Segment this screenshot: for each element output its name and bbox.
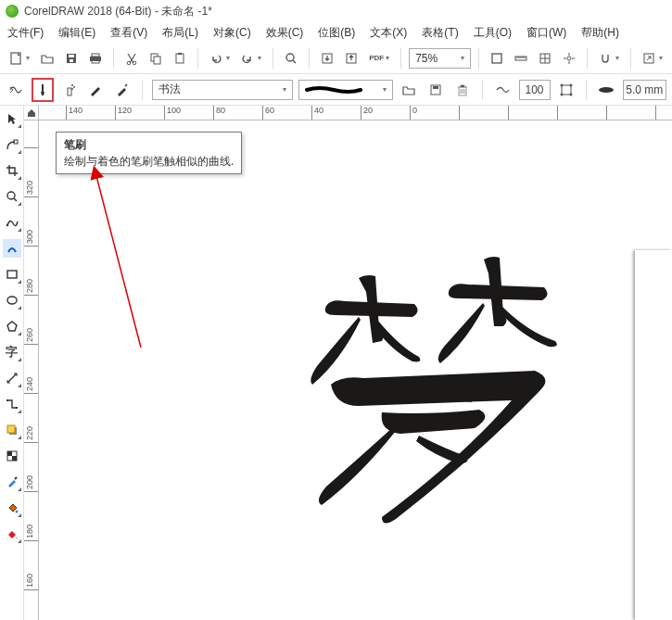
browse-icon	[402, 83, 415, 96]
import-button[interactable]	[317, 47, 337, 70]
brush-mode-button[interactable]	[32, 79, 54, 101]
copy-button[interactable]	[146, 47, 166, 70]
menu-edit[interactable]: 编辑(E)	[58, 25, 95, 41]
smartfill-tool[interactable]	[3, 525, 21, 543]
zoom-level-field[interactable]: 75%▾	[409, 48, 471, 69]
snap-button[interactable]: ▾	[595, 47, 623, 70]
transparency-tool[interactable]	[3, 447, 21, 465]
connector-icon	[6, 398, 19, 411]
menu-bar: 文件(F) 编辑(E) 查看(V) 布局(L) 对象(C) 效果(C) 位图(B…	[0, 22, 672, 43]
delete-brush-button[interactable]	[451, 79, 473, 101]
save-brush-button[interactable]	[425, 79, 447, 101]
menu-table[interactable]: 表格(T)	[422, 25, 458, 41]
workspace: 字 140 120 100 80 60 40 20 0 320 300	[0, 106, 672, 620]
menu-text[interactable]: 文本(X)	[370, 25, 407, 41]
dropshadow-tool[interactable]	[3, 421, 21, 439]
app-logo-icon	[6, 5, 19, 18]
svg-rect-2	[69, 55, 74, 57]
property-bar: 书法▾ ▾ 100 5.0 mm	[0, 74, 672, 106]
svg-rect-4	[92, 54, 99, 57]
preset-mode-button[interactable]	[6, 79, 27, 101]
chevron-down-icon: ▾	[283, 85, 286, 94]
svg-rect-42	[7, 425, 15, 433]
ellipse-tool[interactable]	[3, 291, 21, 310]
snap-icon	[599, 52, 612, 65]
fill-tool[interactable]	[3, 499, 21, 517]
svg-point-35	[7, 192, 15, 199]
menu-layout[interactable]: 布局(L)	[162, 25, 198, 41]
paste-button[interactable]	[170, 47, 190, 70]
undo-button[interactable]: ▾	[206, 47, 234, 70]
ruler-toggle-button[interactable]	[511, 47, 531, 70]
svg-point-30	[569, 83, 572, 86]
menu-help[interactable]: 帮助(H)	[581, 25, 619, 41]
redo-button[interactable]: ▾	[237, 47, 265, 70]
delete-icon	[456, 83, 469, 96]
eyedropper-icon	[6, 475, 19, 488]
menu-view[interactable]: 查看(V)	[110, 25, 147, 41]
print-button[interactable]	[85, 47, 106, 70]
search-button[interactable]	[281, 47, 301, 70]
save-button[interactable]	[61, 47, 82, 70]
smoothing-value: 100	[526, 83, 544, 96]
chevron-down-icon: ▾	[226, 54, 230, 62]
fullscreen-button[interactable]	[487, 47, 507, 70]
svg-point-32	[569, 93, 572, 95]
svg-point-19	[567, 57, 571, 60]
pdf-export-button[interactable]: PDF▾	[365, 47, 393, 70]
connector-tool[interactable]	[3, 395, 21, 413]
smoothing-field[interactable]: 100	[519, 80, 551, 100]
text-icon: 字	[6, 344, 18, 361]
brush-stroke-dropdown[interactable]: ▾	[298, 80, 394, 100]
artistic-media-tool[interactable]	[3, 239, 21, 258]
eyedropper-tool[interactable]	[3, 473, 21, 491]
svg-rect-26	[433, 86, 438, 89]
horizontal-ruler[interactable]: 140 120 100 80 60 40 20 0	[39, 106, 672, 120]
menu-window[interactable]: 窗口(W)	[526, 25, 566, 41]
guides-toggle-button[interactable]	[559, 47, 579, 70]
pressure-mode-button[interactable]	[111, 79, 133, 101]
stroke-width-field[interactable]: 5.0 mm	[623, 80, 666, 100]
drawing-canvas[interactable]: 笔刷 绘制与着色的笔刷笔触相似的曲线.	[39, 120, 672, 620]
sprayer-mode-button[interactable]	[58, 79, 80, 101]
pick-tool[interactable]	[3, 109, 21, 128]
freehand-tool[interactable]	[3, 213, 21, 232]
launch-button[interactable]: ▾	[639, 47, 666, 70]
export-button[interactable]	[341, 47, 361, 70]
brush-category-dropdown[interactable]: 书法▾	[152, 80, 293, 100]
rectangle-tool[interactable]	[3, 265, 21, 284]
menu-object[interactable]: 对象(C)	[213, 25, 251, 41]
menu-tools[interactable]: 工具(O)	[474, 25, 512, 41]
crop-tool[interactable]	[3, 161, 21, 180]
smoothing-icon-button	[492, 79, 514, 101]
shape-tool[interactable]	[3, 135, 21, 154]
new-button[interactable]: ▾	[6, 47, 33, 70]
vertical-ruler[interactable]: 320 300 280 260 240 220 200 180 160	[24, 120, 39, 620]
browse-brush-button[interactable]	[399, 79, 420, 101]
calligraphy-mode-button[interactable]	[85, 79, 107, 101]
parallel-dim-tool[interactable]	[3, 369, 21, 387]
cut-button[interactable]	[121, 47, 142, 70]
polygon-tool[interactable]	[3, 317, 21, 335]
zoom-tool[interactable]	[3, 187, 21, 206]
ruler-icon	[514, 52, 527, 65]
open-icon	[41, 52, 54, 65]
save-preset-icon	[429, 83, 442, 96]
open-button[interactable]	[37, 47, 57, 70]
svg-point-22	[71, 84, 73, 86]
bounding-button[interactable]	[556, 79, 577, 101]
menu-effects[interactable]: 效果(C)	[266, 25, 304, 41]
ruler-origin[interactable]	[24, 106, 39, 120]
svg-line-47	[96, 176, 141, 348]
tooltip-title: 笔刷	[64, 136, 234, 153]
menu-bitmap[interactable]: 位图(B)	[318, 25, 355, 41]
print-icon	[89, 52, 102, 65]
menu-file[interactable]: 文件(F)	[7, 25, 44, 41]
svg-rect-28	[562, 85, 571, 95]
svg-rect-44	[7, 451, 12, 456]
svg-point-13	[286, 54, 294, 61]
text-tool[interactable]: 字	[3, 343, 21, 361]
shape-edit-icon	[6, 138, 19, 151]
svg-rect-3	[70, 59, 73, 62]
grid-toggle-button[interactable]	[535, 47, 555, 70]
